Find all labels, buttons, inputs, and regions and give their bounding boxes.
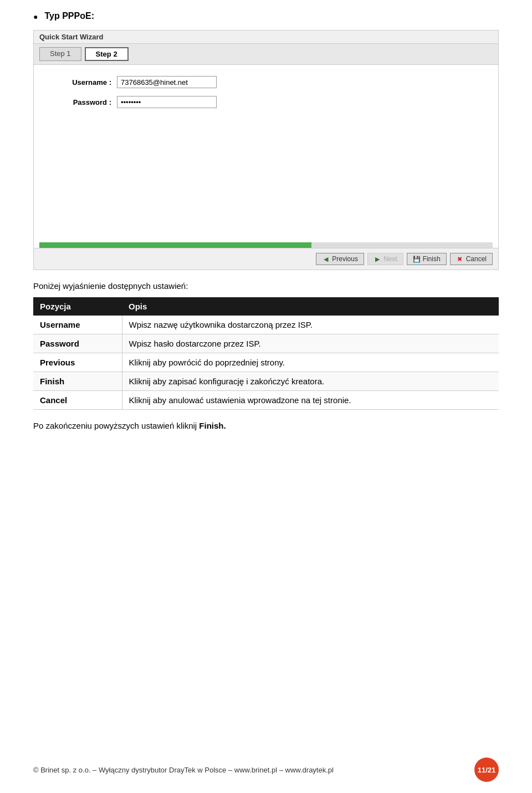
- cancel-button[interactable]: ✖ Cancel: [450, 253, 493, 265]
- wizard-footer: ◀ Previous ▶ Next 💾 Finish ✖ Cancel: [34, 248, 498, 270]
- previous-label: Previous: [332, 255, 358, 263]
- cancel-icon: ✖: [456, 255, 464, 263]
- table-row: CancelKliknij aby anulować ustawienia wp…: [33, 391, 499, 410]
- finish-text-prefix: Po zakończeniu powyższych ustawień klikn…: [33, 421, 199, 430]
- table-row: PreviousKliknij aby powrócić do poprzedn…: [33, 353, 499, 372]
- progress-bar-fill: [39, 242, 311, 248]
- table-cell-description: Kliknij aby powrócić do poprzedniej stro…: [122, 353, 499, 372]
- table-row: UsernameWpisz nazwę użytkownika dostarcz…: [33, 316, 499, 334]
- previous-button[interactable]: ◀ Previous: [316, 253, 364, 265]
- username-label: Username :: [45, 78, 111, 87]
- previous-icon: ◀: [322, 255, 330, 263]
- heading-text: Typ PPPoE:: [44, 11, 94, 21]
- table-cell-position: Cancel: [33, 391, 122, 410]
- finish-label: Finish: [423, 255, 441, 263]
- quick-start-wizard: Quick Start Wizard Step 1 Step 2 Usernam…: [33, 30, 499, 270]
- wizard-tabs: Step 1 Step 2: [34, 44, 498, 65]
- password-row: Password :: [45, 96, 487, 108]
- table-cell-description: Wpisz nazwę użytkownika dostarczoną prze…: [122, 316, 499, 334]
- tab-step1[interactable]: Step 1: [39, 47, 81, 61]
- table-row: PasswordWpisz hasło dostarczone przez IS…: [33, 334, 499, 353]
- settings-table: Pozycja Opis UsernameWpisz nazwę użytkow…: [33, 297, 499, 410]
- password-label: Password :: [45, 98, 111, 106]
- table-cell-description: Kliknij aby zapisać konfigurację i zakoń…: [122, 372, 499, 391]
- next-icon: ▶: [374, 255, 381, 263]
- table-cell-position: Finish: [33, 372, 122, 391]
- progress-bar-container: [39, 242, 493, 248]
- col-header-position: Pozycja: [33, 297, 122, 316]
- wizard-body: Username : Password :: [34, 65, 498, 231]
- page-footer: © Brinet sp. z o.o. – Wyłączny dystrybut…: [0, 758, 532, 782]
- next-button[interactable]: ▶ Next: [367, 253, 403, 265]
- wizard-title: Quick Start Wizard: [34, 30, 498, 44]
- tab-step2[interactable]: Step 2: [85, 47, 129, 61]
- table-row: FinishKliknij aby zapisać konfigurację i…: [33, 372, 499, 391]
- next-label: Next: [383, 255, 397, 263]
- cancel-label: Cancel: [466, 255, 487, 263]
- table-cell-description: Kliknij aby anulować ustawienia wprowadz…: [122, 391, 499, 410]
- username-input[interactable]: [117, 76, 217, 88]
- finish-button[interactable]: 💾 Finish: [407, 253, 447, 265]
- table-cell-position: Password: [33, 334, 122, 353]
- section-heading: Typ PPPoE:: [33, 11, 499, 21]
- table-cell-description: Wpisz hasło dostarczone przez ISP.: [122, 334, 499, 353]
- finish-text: Po zakończeniu powyższych ustawień klikn…: [33, 421, 499, 430]
- table-cell-position: Previous: [33, 353, 122, 372]
- description-text: Poniżej wyjaśnienie dostępnych ustawień:: [33, 281, 499, 291]
- page-badge: 11/21: [474, 758, 499, 782]
- username-row: Username :: [45, 76, 487, 88]
- footer-text: © Brinet sp. z o.o. – Wyłączny dystrybut…: [33, 766, 334, 774]
- finish-text-bold: Finish.: [199, 421, 226, 430]
- col-header-description: Opis: [122, 297, 499, 316]
- finish-icon: 💾: [413, 255, 421, 263]
- table-cell-position: Username: [33, 316, 122, 334]
- password-input[interactable]: [117, 96, 217, 108]
